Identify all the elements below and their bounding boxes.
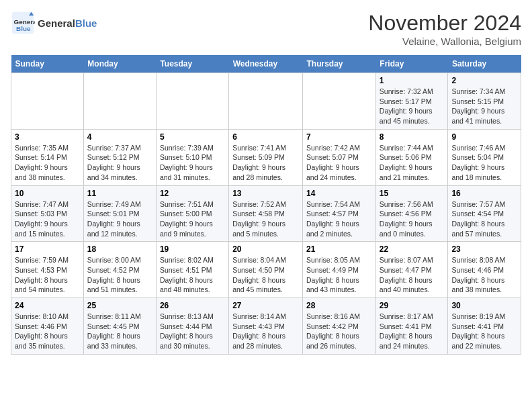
calendar-cell: 3Sunrise: 7:35 AMSunset: 5:14 PMDaylight… [11, 129, 84, 185]
calendar-week-row: 24Sunrise: 8:10 AMSunset: 4:46 PMDayligh… [11, 298, 521, 355]
calendar-header-row: SundayMondayTuesdayWednesdayThursdayFrid… [11, 55, 521, 73]
calendar-table: SundayMondayTuesdayWednesdayThursdayFrid… [11, 55, 521, 355]
day-info: Sunrise: 8:05 AMSunset: 4:49 PMDaylight:… [306, 255, 372, 295]
calendar-cell: 28Sunrise: 8:16 AMSunset: 4:42 PMDayligh… [303, 298, 376, 355]
day-of-week-header: Friday [375, 55, 448, 73]
day-number: 11 [87, 189, 152, 198]
day-info: Sunrise: 8:10 AMSunset: 4:46 PMDaylight:… [15, 312, 80, 351]
calendar-cell: 16Sunrise: 7:57 AMSunset: 4:54 PMDayligh… [448, 185, 521, 242]
day-number: 16 [451, 189, 517, 198]
day-number: 12 [160, 189, 225, 198]
day-number: 4 [87, 132, 152, 142]
day-number: 24 [15, 301, 80, 310]
calendar-cell: 12Sunrise: 7:51 AMSunset: 5:00 PMDayligh… [156, 185, 228, 242]
month-title: November 2024 [368, 11, 521, 36]
calendar-cell: 24Sunrise: 8:10 AMSunset: 4:46 PMDayligh… [11, 298, 84, 355]
day-number: 23 [451, 244, 517, 254]
day-info: Sunrise: 7:56 AMSunset: 4:56 PMDaylight:… [380, 199, 445, 239]
day-info: Sunrise: 8:19 AMSunset: 4:41 PMDaylight:… [451, 312, 517, 351]
day-number: 8 [380, 132, 445, 142]
day-info: Sunrise: 8:13 AMSunset: 4:44 PMDaylight:… [160, 312, 225, 351]
day-info: Sunrise: 7:44 AMSunset: 5:06 PMDaylight:… [380, 143, 445, 183]
location-subtitle: Velaine, Wallonia, Belgium [368, 36, 521, 47]
day-number: 28 [306, 301, 372, 310]
calendar-cell [156, 73, 228, 130]
day-number: 5 [160, 132, 225, 142]
logo-icon: General Blue [11, 11, 35, 35]
day-info: Sunrise: 7:54 AMSunset: 4:57 PMDaylight:… [306, 199, 372, 239]
day-number: 21 [306, 244, 372, 254]
day-number: 20 [232, 244, 299, 254]
day-number: 13 [232, 189, 299, 198]
day-number: 9 [451, 132, 517, 142]
day-info: Sunrise: 8:14 AMSunset: 4:43 PMDaylight:… [232, 312, 299, 351]
day-number: 1 [380, 76, 445, 85]
calendar-cell: 23Sunrise: 8:08 AMSunset: 4:46 PMDayligh… [448, 242, 521, 298]
calendar-cell: 25Sunrise: 8:11 AMSunset: 4:45 PMDayligh… [83, 298, 156, 355]
day-of-week-header: Monday [83, 55, 156, 73]
day-info: Sunrise: 7:52 AMSunset: 4:58 PMDaylight:… [232, 199, 299, 239]
calendar-cell: 5Sunrise: 7:39 AMSunset: 5:10 PMDaylight… [156, 129, 228, 185]
day-number: 7 [306, 132, 372, 142]
day-info: Sunrise: 8:08 AMSunset: 4:46 PMDaylight:… [451, 255, 517, 295]
day-number: 3 [15, 132, 80, 142]
calendar-cell: 2Sunrise: 7:34 AMSunset: 5:15 PMDaylight… [448, 73, 521, 130]
calendar-week-row: 1Sunrise: 7:32 AMSunset: 5:17 PMDaylight… [11, 73, 521, 130]
day-info: Sunrise: 7:49 AMSunset: 5:01 PMDaylight:… [87, 199, 152, 239]
day-of-week-header: Thursday [303, 55, 376, 73]
day-number: 30 [451, 301, 517, 310]
calendar-cell [229, 73, 303, 130]
calendar-cell: 9Sunrise: 7:46 AMSunset: 5:04 PMDaylight… [448, 129, 521, 185]
day-of-week-header: Wednesday [229, 55, 303, 73]
day-info: Sunrise: 8:16 AMSunset: 4:42 PMDaylight:… [306, 312, 372, 351]
calendar-week-row: 17Sunrise: 7:59 AMSunset: 4:53 PMDayligh… [11, 242, 521, 298]
calendar-cell: 15Sunrise: 7:56 AMSunset: 4:56 PMDayligh… [375, 185, 448, 242]
calendar-cell: 4Sunrise: 7:37 AMSunset: 5:12 PMDaylight… [83, 129, 156, 185]
day-info: Sunrise: 8:04 AMSunset: 4:50 PMDaylight:… [232, 255, 299, 295]
calendar-cell: 18Sunrise: 8:00 AMSunset: 4:52 PMDayligh… [83, 242, 156, 298]
day-number: 18 [87, 244, 152, 254]
calendar-cell: 7Sunrise: 7:42 AMSunset: 5:07 PMDaylight… [303, 129, 376, 185]
calendar-cell: 10Sunrise: 7:47 AMSunset: 5:03 PMDayligh… [11, 185, 84, 242]
calendar-cell: 1Sunrise: 7:32 AMSunset: 5:17 PMDaylight… [375, 73, 448, 130]
day-of-week-header: Tuesday [156, 55, 228, 73]
title-area: November 2024 Velaine, Wallonia, Belgium [368, 11, 521, 47]
calendar-cell: 19Sunrise: 8:02 AMSunset: 4:51 PMDayligh… [156, 242, 228, 298]
day-number: 2 [451, 76, 517, 85]
calendar-cell: 26Sunrise: 8:13 AMSunset: 4:44 PMDayligh… [156, 298, 228, 355]
day-number: 29 [380, 301, 445, 310]
logo-line2: Blue [75, 17, 97, 29]
day-info: Sunrise: 7:34 AMSunset: 5:15 PMDaylight:… [451, 87, 517, 126]
calendar-cell [303, 73, 376, 130]
calendar-week-row: 10Sunrise: 7:47 AMSunset: 5:03 PMDayligh… [11, 185, 521, 242]
day-info: Sunrise: 7:42 AMSunset: 5:07 PMDaylight:… [306, 143, 372, 183]
day-info: Sunrise: 7:46 AMSunset: 5:04 PMDaylight:… [451, 143, 517, 183]
svg-text:Blue: Blue [16, 25, 31, 32]
day-number: 27 [232, 301, 299, 310]
day-number: 19 [160, 244, 225, 254]
day-info: Sunrise: 7:47 AMSunset: 5:03 PMDaylight:… [15, 199, 80, 239]
day-info: Sunrise: 8:07 AMSunset: 4:47 PMDaylight:… [380, 255, 445, 295]
day-number: 15 [380, 189, 445, 198]
day-number: 6 [232, 132, 299, 142]
day-info: Sunrise: 8:02 AMSunset: 4:51 PMDaylight:… [160, 255, 225, 295]
logo: General Blue GeneralBlue [11, 11, 97, 35]
page-header: General Blue GeneralBlue November 2024 V… [11, 11, 521, 47]
day-number: 25 [87, 301, 152, 310]
calendar-cell: 20Sunrise: 8:04 AMSunset: 4:50 PMDayligh… [229, 242, 303, 298]
calendar-cell: 30Sunrise: 8:19 AMSunset: 4:41 PMDayligh… [448, 298, 521, 355]
day-number: 14 [306, 189, 372, 198]
day-info: Sunrise: 7:35 AMSunset: 5:14 PMDaylight:… [15, 143, 80, 183]
day-number: 17 [15, 244, 80, 254]
calendar-cell: 21Sunrise: 8:05 AMSunset: 4:49 PMDayligh… [303, 242, 376, 298]
day-info: Sunrise: 7:41 AMSunset: 5:09 PMDaylight:… [232, 143, 299, 183]
day-info: Sunrise: 7:59 AMSunset: 4:53 PMDaylight:… [15, 255, 80, 295]
calendar-body: 1Sunrise: 7:32 AMSunset: 5:17 PMDaylight… [11, 73, 521, 355]
day-number: 22 [380, 244, 445, 254]
calendar-cell [11, 73, 84, 130]
calendar-cell: 6Sunrise: 7:41 AMSunset: 5:09 PMDaylight… [229, 129, 303, 185]
day-info: Sunrise: 7:39 AMSunset: 5:10 PMDaylight:… [160, 143, 225, 183]
day-of-week-header: Saturday [448, 55, 521, 73]
calendar-cell [83, 73, 156, 130]
day-info: Sunrise: 8:11 AMSunset: 4:45 PMDaylight:… [87, 312, 152, 351]
